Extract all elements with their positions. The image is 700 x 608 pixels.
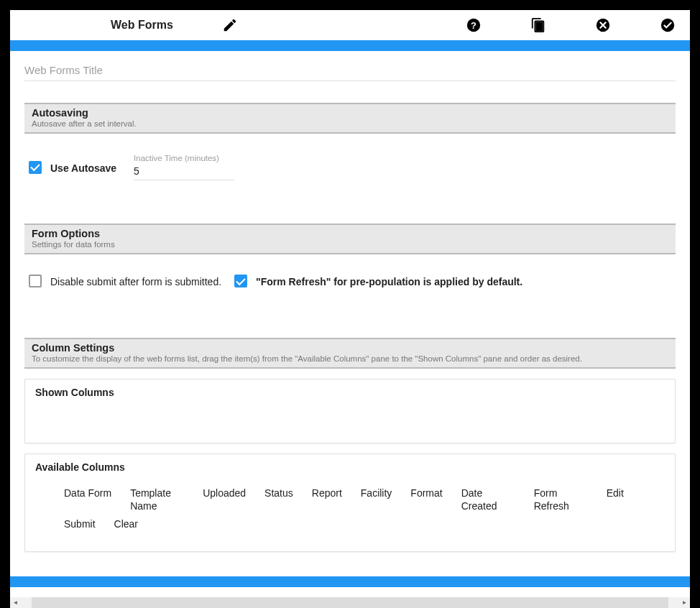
form-options-subtitle: Settings for data forms — [32, 240, 668, 249]
form-refresh-checkbox[interactable] — [234, 275, 247, 287]
cancel-icon[interactable] — [595, 17, 611, 33]
app-window: Web Forms ? — [10, 10, 690, 598]
available-column-item[interactable]: Clear — [114, 518, 138, 531]
topbar: Web Forms ? — [10, 10, 690, 40]
available-column-item[interactable]: Report — [312, 487, 342, 512]
column-settings-title: Column Settings — [32, 342, 668, 354]
autosaving-title: Autosaving — [32, 107, 668, 119]
form-options-header: Form Options Settings for data forms — [24, 224, 676, 254]
web-forms-title-input[interactable] — [24, 58, 676, 81]
horizontal-scrollbar[interactable]: ◄ ► — [10, 597, 690, 608]
available-column-item[interactable]: Edit — [607, 487, 624, 512]
available-column-item[interactable]: Data Form — [64, 487, 111, 512]
help-icon[interactable]: ? — [466, 17, 482, 33]
autosaving-subtitle: Autosave after a set interval. — [32, 119, 668, 128]
form-refresh-label: "Form Refresh" for pre-population is app… — [256, 276, 522, 287]
form-options-title: Form Options — [32, 228, 668, 239]
available-column-item[interactable]: Form Refresh — [534, 487, 588, 512]
column-settings-subtitle: To customize the display of the web form… — [32, 354, 668, 363]
available-column-item[interactable]: Date Created — [461, 487, 515, 512]
autosaving-header: Autosaving Autosave after a set interval… — [24, 103, 676, 134]
scroll-track[interactable] — [32, 597, 668, 608]
scroll-right-arrow[interactable]: ► — [679, 597, 690, 608]
use-autosave-checkbox[interactable] — [29, 161, 42, 174]
content-scroll[interactable]: Autosaving Autosave after a set interval… — [10, 51, 690, 587]
available-column-item[interactable]: Format — [410, 487, 442, 512]
svg-text:?: ? — [471, 20, 476, 31]
shown-columns-title: Shown Columns — [35, 387, 665, 398]
use-autosave-label: Use Autosave — [50, 162, 116, 174]
available-column-item[interactable]: Submit — [64, 518, 96, 531]
disable-submit-checkbox[interactable] — [29, 275, 42, 287]
shown-columns-pane[interactable]: Shown Columns — [24, 379, 676, 443]
scroll-left-arrow[interactable]: ◄ — [10, 597, 21, 608]
available-column-item[interactable]: Facility — [361, 487, 392, 512]
available-column-item[interactable]: Status — [264, 487, 293, 512]
disable-submit-label: Disable submit after form is submitted. — [50, 276, 221, 287]
available-column-item[interactable]: Template Name — [130, 487, 184, 512]
bottom-accent-strip — [10, 576, 690, 587]
inactive-time-input[interactable] — [134, 164, 234, 180]
inactive-time-label: Inactive Time (minutes) — [134, 154, 234, 162]
copy-icon[interactable] — [530, 17, 546, 33]
top-accent-strip — [10, 40, 690, 51]
column-settings-header: Column Settings To customize the display… — [24, 338, 676, 369]
available-columns-title: Available Columns — [35, 461, 665, 473]
edit-icon[interactable] — [222, 17, 238, 33]
page-title: Web Forms — [111, 19, 173, 32]
available-column-item[interactable]: Uploaded — [203, 487, 246, 512]
available-columns-pane[interactable]: Available Columns Data FormTemplate Name… — [24, 453, 676, 552]
confirm-icon[interactable] — [660, 17, 676, 33]
